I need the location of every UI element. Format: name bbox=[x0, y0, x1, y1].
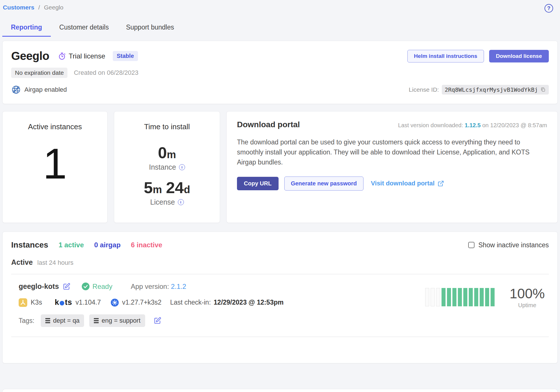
uptime-bar-filled bbox=[447, 288, 451, 306]
airgap-count[interactable]: 0 airgap bbox=[94, 241, 120, 249]
tag-badge: dept = qa bbox=[41, 314, 84, 327]
instance-info-icon[interactable]: i bbox=[179, 164, 185, 170]
kots-logo-k: k bbox=[55, 298, 59, 307]
tag-badge: eng = support bbox=[89, 314, 145, 327]
last-version-downloaded: Last version downloaded: 1.12.5 on 12/20… bbox=[398, 122, 547, 129]
active-instances-title: Active instances bbox=[28, 122, 82, 131]
kots-logo: kts bbox=[55, 298, 72, 307]
uptime-bar-filled bbox=[491, 288, 495, 306]
distribution: K3s bbox=[19, 298, 42, 307]
instance-time-label: Instance bbox=[149, 163, 176, 171]
license-id-value: 2Rq8WLcsjfxqrMysjvB1WodYkBj bbox=[445, 86, 538, 93]
kots-logo-ts: ts bbox=[65, 298, 72, 307]
tab-reporting[interactable]: Reporting bbox=[2, 20, 51, 37]
app-version-link[interactable]: 2.1.2 bbox=[171, 283, 186, 290]
time-to-install-title: Time to install bbox=[144, 122, 190, 131]
uptime-bar-empty bbox=[425, 288, 429, 306]
uptime-bar-filled bbox=[485, 288, 489, 306]
kubernetes-version-group: v1.27.7+k3s2 bbox=[110, 298, 161, 307]
instance-time-unit: m bbox=[167, 149, 176, 160]
time-to-install-card: Time to install 0m Instance i 5m24d Lice… bbox=[114, 111, 220, 223]
app-version: App version: 2.1.2 bbox=[131, 283, 186, 291]
tab-customer-details[interactable]: Customer details bbox=[51, 20, 118, 37]
copy-icon[interactable] bbox=[540, 87, 546, 93]
customer-summary-card: Geeglo Trial license Stable Helm install… bbox=[2, 41, 558, 104]
last-checkin-date: 12/29/2023 @ 12:53pm bbox=[214, 299, 284, 306]
visit-download-portal-link[interactable]: Visit download portal bbox=[371, 180, 444, 187]
license-time-unit-1: m bbox=[153, 184, 162, 195]
download-license-button[interactable]: Download license bbox=[489, 50, 549, 62]
license-id-chip: 2Rq8WLcsjfxqrMysjvB1WodYkBj bbox=[442, 85, 549, 95]
uptime-bar-filled bbox=[452, 288, 456, 306]
tag-text: eng = support bbox=[102, 317, 140, 324]
instance-status: Ready bbox=[82, 283, 112, 291]
help-icon[interactable]: ? bbox=[545, 4, 553, 13]
active-instances-value: 1 bbox=[43, 142, 67, 185]
breadcrumb: Customers / Geeglo bbox=[3, 4, 63, 11]
uptime-bar-empty bbox=[436, 288, 440, 306]
license-time-unit-2: d bbox=[184, 184, 190, 195]
trial-timer-icon bbox=[58, 52, 66, 60]
tab-bar: Reporting Customer details Support bundl… bbox=[2, 20, 560, 37]
uptime-bar-filled bbox=[442, 288, 446, 306]
license-type-label: Trial license bbox=[69, 52, 105, 60]
tag-icon bbox=[45, 318, 50, 323]
download-portal-title: Download portal bbox=[237, 120, 300, 129]
customer-name: Geeglo bbox=[11, 50, 49, 62]
uptime-value: 100% bbox=[510, 286, 545, 301]
channel-badge: Stable bbox=[113, 51, 138, 61]
stats-row: Active instances 1 Time to install 0m In… bbox=[2, 111, 558, 223]
generate-password-button[interactable]: Generate new password bbox=[284, 177, 363, 191]
active-section-range: last 24 hours bbox=[37, 259, 73, 266]
last-checkin-label: Last check-in: bbox=[170, 299, 211, 306]
show-inactive-label: Show inactive instances bbox=[479, 241, 549, 249]
divider bbox=[11, 337, 549, 337]
uptime-bar-empty bbox=[431, 288, 435, 306]
copy-url-button[interactable]: Copy URL bbox=[237, 177, 279, 190]
kots-version-group: kts v1.104.7 bbox=[55, 298, 101, 307]
inactive-count[interactable]: 6 inactive bbox=[131, 241, 162, 249]
helm-install-instructions-button[interactable]: Helm install instructions bbox=[407, 50, 484, 62]
external-link-icon bbox=[438, 180, 444, 187]
license-time-value-2: 24 bbox=[166, 179, 184, 197]
show-inactive-toggle[interactable]: Show inactive instances bbox=[468, 241, 549, 249]
license-id-group: License ID: 2Rq8WLcsjfxqrMysjvB1WodYkBj bbox=[409, 85, 549, 95]
k3s-icon bbox=[19, 298, 27, 307]
uptime-bar-filled bbox=[463, 288, 467, 306]
distribution-label: K3s bbox=[31, 299, 42, 306]
license-time-label: License bbox=[150, 198, 175, 206]
last-version-prefix: Last version downloaded: bbox=[398, 122, 464, 128]
airgap-globe-icon bbox=[11, 85, 21, 95]
tag-icon bbox=[94, 318, 99, 323]
uptime-bar-filled bbox=[474, 288, 478, 306]
uptime-group: 100% Uptime bbox=[425, 286, 545, 309]
show-inactive-checkbox[interactable] bbox=[468, 242, 475, 248]
tags-label: Tags: bbox=[19, 317, 34, 325]
active-count[interactable]: 1 active bbox=[59, 241, 84, 249]
app-version-label: App version: bbox=[131, 283, 171, 290]
last-version-link[interactable]: 1.12.5 bbox=[465, 122, 481, 128]
edit-instance-name-icon[interactable] bbox=[63, 283, 70, 290]
visit-portal-label: Visit download portal bbox=[371, 180, 435, 187]
top-bar: Customers / Geeglo ? bbox=[0, 0, 560, 13]
kubernetes-version: v1.27.7+k3s2 bbox=[122, 299, 161, 306]
uptime-bar-filled bbox=[458, 288, 462, 306]
tab-support-bundles[interactable]: Support bundles bbox=[117, 20, 183, 37]
airgap-label: Airgap enabled bbox=[24, 86, 67, 93]
instance-time-value: 0 bbox=[158, 144, 167, 162]
edit-tags-icon[interactable] bbox=[154, 317, 161, 324]
breadcrumb-customers-link[interactable]: Customers bbox=[3, 4, 34, 11]
created-date: Created on 06/28/2023 bbox=[74, 69, 138, 77]
license-time-value-1: 5 bbox=[144, 179, 153, 197]
active-instances-card: Active instances 1 bbox=[2, 111, 108, 223]
kots-logo-o-dot bbox=[60, 301, 64, 305]
last-checkin: Last check-in:12/29/2023 @ 12:53pm bbox=[170, 299, 284, 306]
uptime-bars bbox=[425, 288, 495, 306]
instance-name: geeglo-kots bbox=[19, 282, 59, 291]
uptime-label: Uptime bbox=[510, 302, 545, 309]
uptime-bar-filled bbox=[469, 288, 473, 306]
breadcrumb-current: Geeglo bbox=[44, 4, 63, 11]
kubernetes-icon bbox=[110, 298, 119, 307]
license-info-icon[interactable]: i bbox=[178, 199, 184, 205]
instance-row: geeglo-kots Ready App version: 2.1.2 bbox=[3, 274, 557, 327]
